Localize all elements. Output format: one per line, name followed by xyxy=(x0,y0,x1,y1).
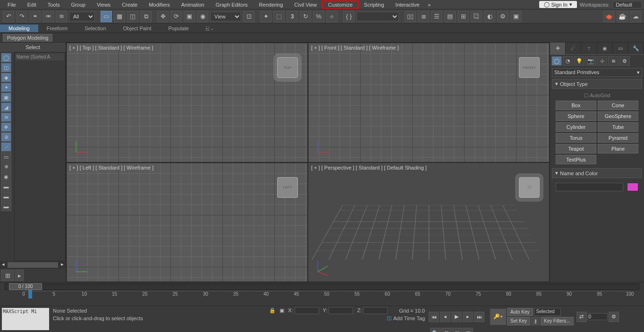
placement-button[interactable]: ◉ xyxy=(197,11,208,22)
render-frame-button[interactable]: ▣ xyxy=(510,11,522,22)
viewcube-left[interactable]: LEFT xyxy=(277,177,298,198)
menu-create[interactable]: Create xyxy=(116,1,143,9)
bind-spacewarp-button[interactable]: ≋ xyxy=(56,11,67,22)
object-color-swatch[interactable] xyxy=(627,183,638,191)
key-step-button[interactable]: ⇄ xyxy=(576,312,587,322)
zoom-all-button[interactable]: ⊡ xyxy=(441,328,451,332)
lock-selection-icon[interactable]: 🔒 xyxy=(269,307,276,314)
create-torus-button[interactable]: Torus xyxy=(556,133,596,143)
time-ruler[interactable]: 0510152025303540455055606570758085909510… xyxy=(24,291,630,305)
next-frame-button[interactable]: ▸ xyxy=(463,312,473,322)
menu-civil-view[interactable]: Civil View xyxy=(288,1,322,9)
named-selection-dropdown[interactable] xyxy=(356,12,399,21)
viewcube-front[interactable]: FRONT xyxy=(519,57,540,78)
shapes-subtab[interactable]: ◔ xyxy=(563,56,573,66)
systems-subtab[interactable]: ⚙ xyxy=(619,56,630,66)
add-time-tag-button[interactable]: ◫Add Time Tag xyxy=(387,315,425,321)
menu-animation[interactable]: Animation xyxy=(176,1,210,9)
percent-snap-button[interactable]: % xyxy=(313,11,324,22)
rotate-button[interactable]: ⟳ xyxy=(170,11,182,22)
zoom-extents-all-button[interactable]: ⊞ xyxy=(463,328,473,332)
zoom-extents-button[interactable]: ▣ xyxy=(452,328,462,332)
rect-region-button[interactable]: ◫ xyxy=(127,11,138,22)
geometry-subtab[interactable]: ◯ xyxy=(551,56,562,66)
filter-helpers-icon[interactable]: ◢ xyxy=(1,102,11,112)
window-crossing-button[interactable]: ⧉ xyxy=(140,11,152,22)
snap-toggle-button[interactable]: 3 xyxy=(287,11,298,22)
time-marker[interactable] xyxy=(28,290,32,298)
viewport-layout-button[interactable]: ⊞ xyxy=(1,270,14,281)
menu-graph-editors[interactable]: Graph Editors xyxy=(210,1,254,9)
ribbon-tab-object-paint[interactable]: Object Paint xyxy=(115,25,160,32)
name-color-rollout[interactable]: ▾Name and Color xyxy=(552,168,642,178)
layers-button[interactable]: ☰ xyxy=(431,11,442,22)
ribbon-tab-populate[interactable]: Populate xyxy=(160,25,197,32)
filter-cameras-icon[interactable]: ▣ xyxy=(1,93,11,102)
filter-hidden-icon[interactable]: ◉ xyxy=(1,172,11,181)
menu-views[interactable]: Views xyxy=(91,1,116,9)
viewport-left-label[interactable]: [ + ] [ Left ] [ Standard ] [ Wireframe … xyxy=(69,165,153,170)
filter-bones-icon[interactable]: ⟋ xyxy=(1,142,11,152)
scene-list[interactable]: Name (Sorted A xyxy=(14,52,66,261)
create-pyramid-button[interactable]: Pyramid xyxy=(598,133,638,143)
set-key-button[interactable]: Set Key xyxy=(507,317,530,325)
create-box-button[interactable]: Box xyxy=(556,101,596,110)
sign-in-button[interactable]: ◯ Sign In ▾ xyxy=(539,1,577,8)
render-online-button[interactable]: ☁ xyxy=(630,11,641,22)
object-type-rollout[interactable]: ▾Object Type xyxy=(552,79,642,89)
ribbon-overflow-icon[interactable]: ⍇ ▾ xyxy=(197,25,222,32)
zoom-button[interactable]: 🔍 xyxy=(430,328,441,332)
z-coord-input[interactable] xyxy=(363,307,388,314)
filter-shapes-icon[interactable]: ◆ xyxy=(1,73,11,82)
redo-button[interactable]: ↷ xyxy=(16,11,27,22)
prev-frame-button[interactable]: ◂ xyxy=(440,312,450,322)
hierarchy-tab[interactable]: ⍑ xyxy=(581,43,597,54)
ribbon-tab-modeling[interactable]: Modeling xyxy=(0,25,38,32)
goto-end-button[interactable]: ⏭ xyxy=(474,312,484,322)
workspace-selector[interactable]: Default xyxy=(612,1,642,9)
key-filters-button[interactable]: Key Filters... xyxy=(541,317,574,325)
viewcube-perspective[interactable]: ⬡ xyxy=(519,177,540,198)
scale-button[interactable]: ▣ xyxy=(184,11,195,22)
create-sphere-button[interactable]: Sphere xyxy=(556,111,596,121)
menu-rendering[interactable]: Rendering xyxy=(254,1,289,9)
cameras-subtab[interactable]: 📷 xyxy=(585,56,596,66)
create-cone-button[interactable]: Cone xyxy=(598,101,638,110)
scene-scrollbar[interactable]: ◂▸ xyxy=(0,261,66,269)
ref-coord-system[interactable]: View xyxy=(210,12,241,21)
menu-edit[interactable]: Edit xyxy=(22,1,42,9)
filter-groups-icon[interactable]: ❖ xyxy=(1,122,11,132)
time-slider-track[interactable]: 0 / 100 xyxy=(5,283,639,290)
create-geosphere-button[interactable]: GeoSphere xyxy=(598,111,638,121)
menu-interactive[interactable]: Interactive xyxy=(390,1,425,9)
filter-sep2-icon[interactable]: ▬ xyxy=(1,192,11,201)
filter-all-icon[interactable]: ◯ xyxy=(1,53,11,62)
create-tab[interactable]: ✚ xyxy=(550,43,566,54)
category-dropdown[interactable]: Standard Primitives▾ xyxy=(552,68,642,77)
key-mode-icon[interactable]: ⚷ xyxy=(531,317,540,325)
create-teapot-button[interactable]: Teapot xyxy=(556,144,596,153)
spacewarps-subtab[interactable]: ≋ xyxy=(608,56,619,66)
align-button[interactable]: ≣ xyxy=(418,11,429,22)
menu-modifiers[interactable]: Modifiers xyxy=(143,1,176,9)
filter-geometry-icon[interactable]: ◫ xyxy=(1,63,11,72)
named-selection-button[interactable]: { } xyxy=(343,11,355,22)
viewport-top-label[interactable]: [ + ] [ Top ] [ Standard ] [ Wireframe ] xyxy=(69,45,153,51)
schematic-view-button[interactable]: ⿻ xyxy=(471,11,482,22)
angle-snap-button[interactable]: ↻ xyxy=(300,11,311,22)
time-config-button[interactable]: ⚙ xyxy=(609,312,619,322)
toggle-ribbon-button[interactable]: ▤ xyxy=(444,11,456,22)
filter-sep1-icon[interactable]: ▬ xyxy=(1,182,11,191)
move-button[interactable]: ✥ xyxy=(157,11,169,22)
select-by-name-button[interactable]: ▦ xyxy=(114,11,125,22)
render-button[interactable]: 🫖 xyxy=(603,11,615,22)
create-tube-button[interactable]: Tube xyxy=(598,122,638,132)
current-frame-input[interactable] xyxy=(588,313,608,320)
ribbon-tab-freeform[interactable]: Freeform xyxy=(38,25,76,32)
lock-layout-button[interactable]: ▸ xyxy=(15,270,24,281)
menu-tools[interactable]: Tools xyxy=(42,1,66,9)
undo-button[interactable]: ↶ xyxy=(3,11,14,22)
viewport-perspective-label[interactable]: [ + ] [ Perspective ] [ Standard ] [ Def… xyxy=(311,165,427,170)
y-coord-input[interactable] xyxy=(329,307,353,314)
filter-sep3-icon[interactable]: ▬ xyxy=(1,202,11,211)
